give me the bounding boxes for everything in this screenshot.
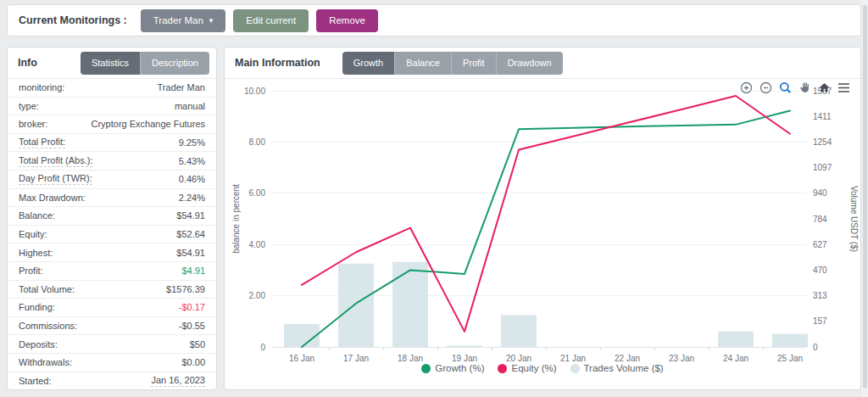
svg-text:21 Jan: 21 Jan [560, 354, 586, 363]
pan-icon[interactable] [798, 81, 811, 94]
chart-legend: Growth (%) Equity (%) Trades Volume ($) [225, 363, 860, 373]
info-panel: Info Statistics Description monitoring: … [7, 47, 217, 390]
svg-text:6.00: 6.00 [249, 188, 266, 198]
growth-chart[interactable]: 10.008.006.004.002.000156714111254109794… [225, 81, 860, 366]
info-row: Withdrawals: $0.00 [8, 354, 216, 372]
info-row-label: Profit: [19, 266, 43, 276]
info-row: Started: Jan 16, 2023 [8, 372, 216, 391]
svg-text:1411: 1411 [813, 112, 832, 121]
caret-down-icon: ▾ [209, 17, 214, 25]
zoom-in-icon[interactable] [740, 81, 753, 94]
info-tab[interactable]: Statistics [81, 52, 140, 75]
info-row-label: Day Profit (TWR): [19, 173, 92, 185]
info-row-label: Funding: [19, 302, 55, 312]
legend-label: Growth (%) [435, 363, 484, 373]
main-information-header: Main Information Growth Balance Profit D… [225, 48, 860, 79]
info-row-label: Total Profit (Abs.): [19, 155, 92, 167]
info-row: Balance: $54.91 [8, 207, 216, 226]
info-row: Commissions: -$0.55 [8, 317, 216, 336]
info-row-value: $4.91 [181, 266, 205, 276]
info-row: Max Drawdown: 2.24% [8, 189, 216, 208]
info-row-label: Deposits: [19, 339, 58, 349]
main-information-panel: Main Information Growth Balance Profit D… [224, 47, 861, 390]
info-row: Deposits: $50 [8, 335, 216, 354]
main-information-title: Main Information [235, 57, 320, 69]
legend-item[interactable]: Growth (%) [421, 363, 484, 373]
info-row: Day Profit (TWR): 0.46% [8, 171, 216, 189]
svg-text:0: 0 [813, 343, 818, 352]
monitoring-select-label: Trader Man [153, 15, 203, 25]
info-row: Total Volume: $1576.39 [8, 281, 216, 299]
info-row-label: Equity: [19, 229, 47, 239]
svg-text:balance in percent: balance in percent [231, 184, 241, 254]
info-row-value: $0.00 [181, 357, 205, 367]
info-row-value: $54.91 [176, 248, 205, 258]
legend-dot-icon [421, 364, 431, 373]
svg-text:22 Jan: 22 Jan [615, 354, 640, 363]
monitoring-select[interactable]: Trader Man ▾ [141, 9, 226, 32]
current-monitorings-label: Current Monitorings : [19, 14, 127, 26]
info-row-label: monitoring: [19, 82, 64, 92]
svg-text:23 Jan: 23 Jan [669, 354, 694, 363]
svg-text:0: 0 [260, 343, 265, 352]
info-row: Total Profit: 9.25% [8, 134, 216, 153]
info-row: monitoring: Trader Man [8, 79, 216, 98]
info-row-label: Commissions: [19, 321, 77, 331]
zoom-out-icon[interactable] [760, 81, 772, 94]
chart-toolbar [740, 81, 850, 94]
svg-text:8.00: 8.00 [249, 137, 266, 147]
svg-text:1254: 1254 [813, 137, 832, 147]
scrollbar-thumb[interactable] [863, 5, 867, 389]
svg-text:25 Jan: 25 Jan [777, 354, 803, 363]
legend-label: Equity (%) [511, 363, 556, 373]
info-tab[interactable]: Description [140, 52, 209, 75]
edit-current-button[interactable]: Edit current [233, 9, 309, 32]
svg-text:627: 627 [813, 240, 827, 249]
svg-text:940: 940 [813, 188, 827, 198]
info-row-value: $1576.39 [166, 284, 205, 294]
home-icon[interactable] [818, 81, 831, 94]
svg-text:1097: 1097 [813, 163, 832, 172]
svg-text:17 Jan: 17 Jan [343, 354, 369, 363]
info-row: type: manual [8, 98, 216, 116]
chart-tab[interactable]: Balance [394, 52, 451, 75]
info-row: Total Profit (Abs.): 5.43% [8, 152, 216, 171]
info-row: broker: Cryptorg Exchange Futures [8, 115, 216, 134]
legend-item[interactable]: Trades Volume ($) [570, 363, 664, 373]
info-row-label: type: [19, 101, 39, 111]
legend-item[interactable]: Equity (%) [498, 363, 556, 373]
info-row-value: 2.24% [179, 193, 205, 203]
info-row-value: Jan 16, 2023 [151, 375, 205, 387]
info-row-label: Highest: [19, 248, 53, 258]
info-row: Profit: $4.91 [8, 262, 216, 281]
info-header: Info Statistics Description [8, 48, 216, 79]
selection-zoom-icon[interactable] [779, 81, 792, 94]
info-row-value: $54.91 [176, 210, 205, 221]
info-row-value: $50 [190, 339, 205, 349]
svg-text:313: 313 [813, 291, 827, 300]
svg-text:10.00: 10.00 [244, 87, 265, 96]
svg-text:157: 157 [813, 316, 827, 326]
svg-text:18 Jan: 18 Jan [398, 354, 423, 363]
chart-tab[interactable]: Drawdown [496, 52, 563, 75]
svg-text:2.00: 2.00 [249, 291, 266, 300]
info-row-value: $52.64 [176, 229, 205, 239]
svg-text:24 Jan: 24 Jan [723, 354, 748, 363]
svg-text:Volume USDT ($): Volume USDT ($) [849, 186, 859, 252]
chart-tab[interactable]: Growth [342, 52, 394, 75]
menu-icon[interactable] [837, 82, 850, 93]
svg-text:20 Jan: 20 Jan [506, 354, 531, 363]
remove-button[interactable]: Remove [316, 9, 378, 32]
info-row: Funding: -$0.17 [8, 299, 216, 317]
legend-dot-icon [570, 364, 580, 373]
info-tabs: Statistics Description [81, 52, 209, 75]
info-row-value: -$0.55 [179, 321, 205, 331]
info-row-value: 5.43% [179, 156, 205, 166]
info-row-value: manual [175, 101, 205, 111]
chart-tab[interactable]: Profit [451, 52, 496, 75]
svg-text:470: 470 [813, 266, 827, 275]
page-scrollbar[interactable] [862, 0, 868, 397]
info-table: monitoring: Trader Man type: manual brok… [8, 79, 216, 390]
info-row: Highest: $54.91 [8, 243, 216, 262]
info-row-label: Started: [19, 376, 52, 386]
